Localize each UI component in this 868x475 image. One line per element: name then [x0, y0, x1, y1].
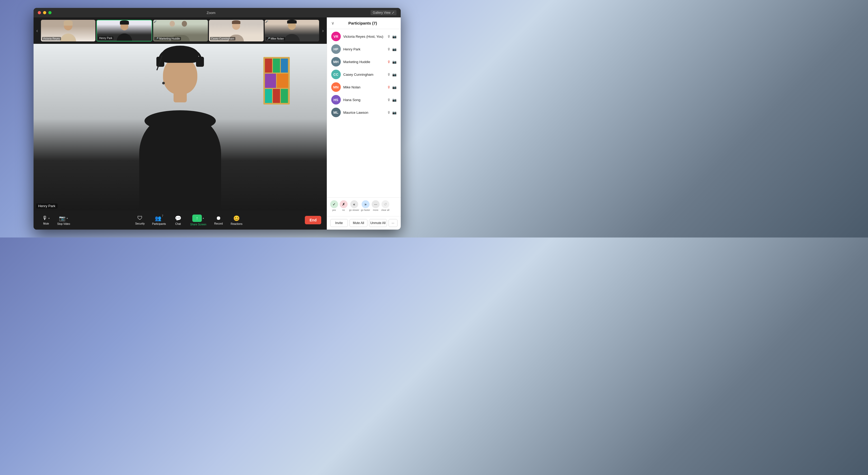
avatar-victoria: VR: [331, 32, 341, 41]
chat-button[interactable]: 💬 Chat: [170, 214, 185, 227]
reaction-go-slower-button[interactable]: « go slower: [349, 200, 360, 211]
record-icon: ⏺: [216, 215, 221, 221]
participant-name-hana: Hana Song: [343, 98, 384, 102]
participant-name-victoria: Victoria Reyes (Host, You): [343, 35, 384, 38]
clear-all-label: clear all: [381, 209, 390, 211]
reactions-icon: 😊: [233, 215, 240, 222]
stop-video-label: Stop Video: [57, 223, 70, 225]
go-slower-label: go slower: [349, 209, 360, 211]
reaction-clear-all-button[interactable]: ↺ clear all: [381, 200, 390, 211]
yes-label: yes: [332, 209, 336, 211]
toolbar-center: 🛡 Security 👥 7 Participants 💬: [133, 213, 245, 227]
more-icon: ···: [372, 200, 380, 208]
mute-all-button[interactable]: Mute All: [349, 219, 367, 227]
reaction-buttons: ✓ yes ✗ no « go slower » go faster: [330, 200, 398, 211]
chat-icon: 💬: [175, 215, 182, 222]
mute-button[interactable]: 🎙 ▲ Mute: [39, 214, 54, 227]
video-arrow-icon[interactable]: ▲: [66, 217, 68, 219]
main-video: Henry Park: [34, 44, 327, 211]
zoom-window: Zoom Gallery View ⤢ ‹ Victoria: [34, 8, 401, 230]
reaction-yes-button[interactable]: ✓ yes: [330, 200, 338, 211]
avatar-hana: HS: [331, 95, 341, 104]
thumbnail-mike-nolan[interactable]: 🎤 🎤 Mike Nolan: [265, 20, 319, 41]
participant-item-henry[interactable]: HP Henry Park 🎙 📷: [327, 43, 401, 56]
participant-item-hana[interactable]: HS Hana Song 🎙 📷: [327, 93, 401, 106]
security-icon: 🛡: [137, 215, 143, 221]
thumbnail-casey-cunningham[interactable]: Casey Cunningham: [209, 20, 264, 41]
toolbar-left: 🎙 ▲ Mute 📷 ▲ Stop Video: [39, 214, 73, 227]
participant-item-casey[interactable]: CC Casey Cunningham 🎙 📷: [327, 68, 401, 81]
participant-item-victoria[interactable]: VR Victoria Reyes (Host, You) 🎙 📷: [327, 30, 401, 43]
cam-icon-victoria: 📷: [392, 35, 397, 38]
gallery-view-button[interactable]: Gallery View ⤢: [371, 10, 396, 15]
mic-icon-maurice: 🎙: [387, 110, 391, 114]
reaction-more-button[interactable]: ··· more: [372, 200, 380, 211]
more-options-button[interactable]: ···: [389, 219, 398, 227]
mic-icon-hana: 🎙: [387, 98, 391, 102]
invite-button[interactable]: Invite: [330, 219, 348, 227]
more-label: more: [373, 209, 378, 211]
participant-name-mike: Mike Nolan: [343, 85, 384, 89]
window-controls: [38, 11, 52, 14]
yes-icon: ✓: [330, 200, 338, 208]
participants-button[interactable]: 👥 7 Participants: [150, 214, 168, 227]
participant-item-marketing[interactable]: MH Marketing Huddle 🎙 📷: [327, 56, 401, 68]
cam-icon-hana: 📷: [392, 98, 397, 102]
end-button[interactable]: End: [305, 216, 321, 224]
next-nav-button[interactable]: ›: [319, 28, 327, 34]
thumbnail-henry-park[interactable]: Henry Park: [96, 20, 152, 41]
mic-muted-indicator-mike: 🎤: [265, 20, 268, 23]
avatar-marketing: MH: [331, 57, 341, 67]
thumbnail-label-marketing: 🎤 Marketing Huddle: [154, 37, 181, 40]
reactions-label: Reactions: [230, 223, 242, 225]
reaction-bar: ✓ yes ✗ no « go slower » go faster: [327, 197, 401, 216]
mic-muted-indicator: 🎤: [154, 20, 157, 23]
reaction-go-faster-button[interactable]: » go faster: [361, 200, 370, 211]
video-area: ‹ Victoria Reyes: [34, 18, 327, 230]
participant-item-mike[interactable]: MN Mike Nolan 🎙 📷: [327, 81, 401, 93]
record-label: Record: [214, 222, 223, 225]
camera-icon: 📷: [59, 215, 65, 222]
participant-name-casey: Casey Cunningham: [343, 73, 384, 76]
panel-action-buttons: Invite Mute All Unmute All ···: [327, 216, 401, 230]
mute-arrow-icon[interactable]: ▲: [48, 217, 50, 219]
participants-count: 7: [162, 214, 163, 217]
cam-icon-maurice: 📷: [392, 110, 397, 114]
thumbnail-victoria-reyes[interactable]: Victoria Reyes: [41, 20, 96, 41]
cam-icon-casey: 📷: [392, 73, 397, 76]
no-icon: ✗: [340, 200, 348, 208]
avatar-maurice: ML: [331, 108, 341, 117]
close-button[interactable]: [38, 11, 41, 14]
participants-list: VR Victoria Reyes (Host, You) 🎙 📷 HP Hen…: [327, 29, 401, 197]
mic-icon-victoria: 🎙: [387, 35, 391, 38]
share-arrow-icon[interactable]: ▲: [202, 217, 205, 219]
thumbnail-strip: ‹ Victoria Reyes: [34, 18, 327, 44]
security-button[interactable]: 🛡 Security: [133, 214, 147, 226]
reactions-button[interactable]: 😊 Reactions: [228, 214, 245, 227]
collapse-panel-button[interactable]: ∨: [331, 21, 334, 26]
participant-item-maurice[interactable]: ML Maurice Lawson 🎙 📷: [327, 106, 401, 119]
toolbar-right: End: [305, 216, 321, 224]
speaker-name-tag: Henry Park: [36, 203, 58, 208]
mute-label: Mute: [43, 222, 49, 225]
unmute-all-button[interactable]: Unmute All: [369, 219, 387, 227]
panel-title: Participants (7): [348, 21, 377, 25]
thumbnail-marketing-huddle[interactable]: 🎤 🎤 Marketing Huddle: [153, 20, 208, 41]
microphone-icon: 🎙: [42, 215, 48, 221]
mic-muted-icon-marketing: 🎙: [387, 60, 391, 64]
mic-muted-icon-mike: 🎙: [387, 85, 391, 89]
stop-video-button[interactable]: 📷 ▲ Stop Video: [55, 214, 73, 227]
share-screen-button[interactable]: ↑ ▲ Share Screen: [188, 213, 209, 227]
thumbnail-label-henry: Henry Park: [98, 36, 113, 40]
reaction-no-button[interactable]: ✗ no: [340, 200, 348, 211]
go-faster-label: go faster: [361, 209, 370, 211]
share-screen-icon: ↑: [192, 214, 202, 222]
window-title: Zoom: [207, 11, 215, 15]
minimize-button[interactable]: [43, 11, 46, 14]
prev-nav-button[interactable]: ‹: [34, 28, 41, 34]
maximize-button[interactable]: [48, 11, 52, 14]
thumbnail-label-victoria: Victoria Reyes: [42, 37, 61, 40]
panel-header: ∨ Participants (7): [327, 18, 401, 29]
go-faster-icon: »: [362, 200, 370, 208]
record-button[interactable]: ⏺ Record: [211, 214, 226, 226]
